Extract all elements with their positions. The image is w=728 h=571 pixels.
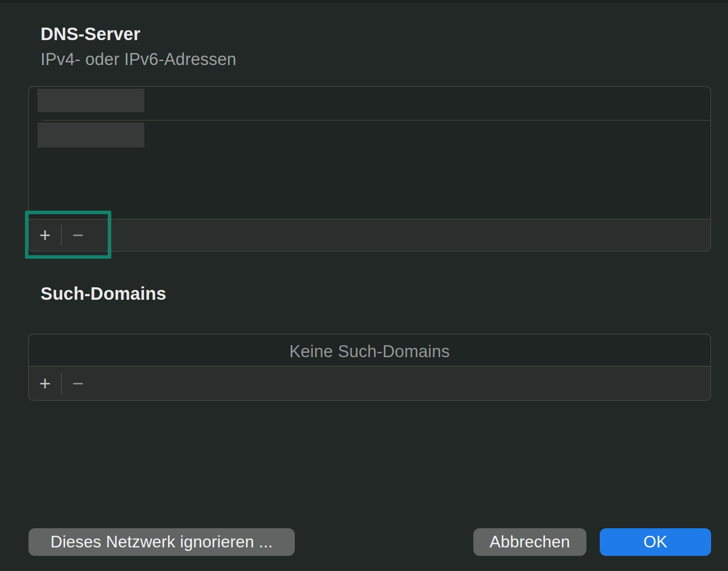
- search-domains-heading: Such-Domains: [41, 284, 166, 304]
- dns-list-toolbar: + −: [29, 219, 710, 251]
- dns-server-list: + −: [28, 86, 711, 252]
- search-domains-toolbar: + −: [29, 366, 710, 400]
- cancel-button[interactable]: Abbrechen: [473, 528, 586, 556]
- ok-button[interactable]: OK: [600, 528, 711, 556]
- dns-server-subheading: IPv4- oder IPv6-Adressen: [41, 50, 236, 69]
- search-domains-empty-placeholder: Keine Such-Domains: [29, 334, 710, 368]
- add-dns-server-button[interactable]: +: [29, 220, 61, 251]
- dns-settings-dialog: DNS-Server IPv4- oder IPv6-Adressen + − …: [0, 0, 728, 571]
- ignore-network-button[interactable]: Dieses Netzwerk ignorieren ...: [28, 528, 295, 556]
- remove-dns-server-button[interactable]: −: [62, 220, 94, 251]
- remove-search-domain-button[interactable]: −: [62, 367, 94, 400]
- search-domains-list: Keine Such-Domains + −: [28, 334, 711, 401]
- dns-server-heading: DNS-Server: [41, 24, 140, 44]
- add-search-domain-button[interactable]: +: [29, 367, 61, 400]
- dns-server-row-redacted-2[interactable]: [37, 122, 144, 147]
- row-separator: [42, 120, 710, 121]
- dns-server-row-redacted-1[interactable]: [37, 89, 144, 112]
